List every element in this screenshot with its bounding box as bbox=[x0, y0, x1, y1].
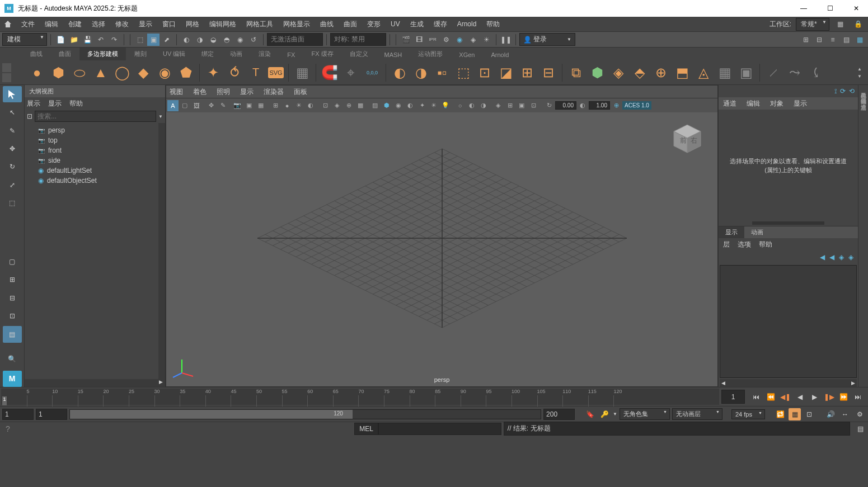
shelf-tab-sculpt[interactable]: 雕刻 bbox=[126, 48, 154, 60]
menu-generate[interactable]: 生成 bbox=[406, 17, 428, 31]
go-start-icon[interactable]: ⏮ bbox=[750, 391, 762, 403]
character-set-dropdown[interactable]: 无角色集 bbox=[620, 408, 670, 420]
quadrangulate-icon[interactable]: ▦ bbox=[716, 64, 734, 82]
poly-plane-icon[interactable]: ◆ bbox=[134, 64, 152, 82]
poly-disc-icon[interactable]: ◉ bbox=[156, 64, 173, 82]
move-tool[interactable]: ✥ bbox=[3, 140, 22, 157]
vp-wireframe-shade-icon[interactable]: ▩ bbox=[355, 100, 366, 111]
svg-icon[interactable]: SVG bbox=[268, 67, 284, 78]
hypergraph-icon[interactable]: ◈ bbox=[467, 34, 479, 46]
shelf-tab-fxcache[interactable]: FX 缓存 bbox=[303, 48, 341, 60]
render-icon[interactable]: 🎬 bbox=[400, 34, 412, 46]
insert-edge-loop-icon[interactable]: ⊞ bbox=[518, 64, 536, 82]
combine-icon[interactable]: ◐ bbox=[391, 64, 409, 82]
triangulate-icon[interactable]: ◬ bbox=[695, 64, 712, 82]
shelf-tab-curves[interactable]: 曲线 bbox=[22, 48, 50, 60]
vp-image-plane-icon[interactable]: 🖼 bbox=[191, 100, 202, 111]
layer-move-up-icon[interactable]: ◀ bbox=[820, 253, 825, 261]
vp-ssao-icon[interactable]: ◐ bbox=[466, 100, 477, 111]
bridge-icon[interactable]: ⊡ bbox=[476, 64, 494, 82]
shelf-tab-mograph[interactable]: 运动图形 bbox=[410, 48, 451, 60]
vp-menu-lighting[interactable]: 照明 bbox=[217, 87, 230, 97]
new-scene-icon[interactable]: 📄 bbox=[54, 34, 67, 46]
modeling-toolkit-toggle-icon[interactable]: ⊟ bbox=[813, 34, 825, 46]
poly-sphere-icon[interactable]: ● bbox=[28, 64, 46, 82]
symmetry-field[interactable]: 对称: 禁用 bbox=[330, 33, 386, 46]
vp-light-icon[interactable]: 💡 bbox=[440, 100, 451, 111]
select-mode-hierarchy-icon[interactable]: ⬈ bbox=[161, 34, 173, 46]
snap-toggle-icon[interactable]: ⌖ bbox=[342, 64, 360, 82]
shelf-tab-rigging[interactable]: 绑定 bbox=[194, 48, 222, 60]
vp-xray-joints-icon[interactable]: ⊕ bbox=[343, 100, 354, 111]
vp-ao-icon[interactable]: ◉ bbox=[393, 100, 404, 111]
shelf-tab-arnold[interactable]: Arnold bbox=[483, 49, 517, 60]
save-scene-icon[interactable]: 💾 bbox=[81, 34, 93, 46]
bevel-icon[interactable]: ◪ bbox=[497, 64, 515, 82]
select-mask-2-icon[interactable]: ◑ bbox=[194, 34, 206, 46]
vp-menu-display[interactable]: 显示 bbox=[240, 87, 254, 97]
close-button[interactable]: ✕ bbox=[849, 3, 864, 13]
menu-edit[interactable]: 编辑 bbox=[40, 17, 63, 31]
pause-icon[interactable]: ❚❚ bbox=[500, 34, 512, 46]
vp-smooth-shade-icon[interactable]: ● bbox=[281, 100, 293, 111]
rp-sub-layer[interactable]: 层 bbox=[723, 240, 730, 249]
audio-icon[interactable]: 🔊 bbox=[824, 408, 837, 420]
rp-tab-object[interactable]: 对象 bbox=[770, 99, 783, 108]
vp-grid-toggle-icon[interactable]: ⊞ bbox=[504, 100, 515, 111]
layer-move-down-icon[interactable]: ◀ bbox=[829, 253, 834, 261]
minimize-button[interactable]: — bbox=[796, 3, 811, 13]
rp-manip-icon[interactable]: ⟟ bbox=[834, 87, 837, 95]
maximize-button[interactable]: ☐ bbox=[823, 3, 838, 13]
vp-isolate-icon[interactable]: ⊡ bbox=[320, 100, 331, 111]
mel-label[interactable]: MEL bbox=[354, 423, 378, 435]
poly-superellipse-icon[interactable]: ✦ bbox=[204, 64, 222, 82]
workspace-sidebar-icon[interactable]: ▦ bbox=[834, 18, 846, 30]
range-start-field[interactable] bbox=[2, 409, 34, 420]
current-frame-field[interactable] bbox=[721, 390, 745, 404]
curve-tool-3-icon[interactable]: ⤹ bbox=[807, 64, 825, 82]
display-layers-list[interactable] bbox=[720, 265, 857, 378]
rp-speed-icon[interactable]: ⟳ bbox=[840, 87, 846, 95]
vp-menu-view[interactable]: 视图 bbox=[170, 87, 183, 97]
loop-icon[interactable]: 🔁 bbox=[774, 408, 786, 420]
paint-select-tool[interactable]: ✎ bbox=[3, 122, 22, 139]
vp-hardware-texturing-icon[interactable]: ⬢ bbox=[381, 100, 392, 111]
single-pane-icon[interactable]: ▢ bbox=[3, 253, 22, 269]
active-surface-field[interactable]: 无激活曲面 bbox=[267, 33, 323, 46]
menu-cache[interactable]: 缓存 bbox=[429, 17, 452, 31]
select-mask-6-icon[interactable]: ↺ bbox=[247, 34, 260, 46]
poly-helix-icon[interactable]: ⥀ bbox=[226, 64, 243, 82]
select-mask-4-icon[interactable]: ◓ bbox=[220, 34, 233, 46]
play-forward-icon[interactable]: ▶ bbox=[809, 391, 820, 403]
vp-hud-icon[interactable]: ▣ bbox=[516, 100, 527, 111]
menu-meshtools[interactable]: 网格工具 bbox=[242, 17, 278, 31]
vp-motion-blur-icon[interactable]: ◐ bbox=[405, 100, 416, 111]
shelf-tab-xgen[interactable]: XGen bbox=[451, 49, 482, 60]
menu-create[interactable]: 创建 bbox=[64, 17, 86, 31]
shelf-up-icon[interactable]: ▲ bbox=[853, 65, 866, 72]
make-live-icon[interactable]: 🧲 bbox=[321, 64, 339, 82]
shelf-tab-surfaces[interactable]: 曲面 bbox=[51, 48, 79, 60]
menu-meshdisplay[interactable]: 网格显示 bbox=[279, 17, 315, 31]
reduce-icon[interactable]: ▣ bbox=[737, 64, 755, 82]
view-cube[interactable]: 前 右 bbox=[670, 122, 704, 156]
menu-deform[interactable]: 变形 bbox=[363, 17, 385, 31]
render-view-icon[interactable]: ◉ bbox=[453, 34, 466, 46]
step-forward-frame-icon[interactable]: ❚▶ bbox=[823, 391, 834, 403]
menu-modify[interactable]: 修改 bbox=[111, 17, 133, 31]
shelf-tab-uvedit[interactable]: UV 编辑 bbox=[155, 48, 193, 60]
vp-select-camera-icon[interactable]: A bbox=[167, 100, 179, 111]
redo-icon[interactable]: ↷ bbox=[108, 34, 120, 46]
open-scene-icon[interactable]: 📁 bbox=[68, 34, 80, 46]
remesh-icon[interactable]: ⬒ bbox=[673, 64, 691, 82]
range-in-field[interactable] bbox=[36, 409, 67, 420]
rp-tab-show[interactable]: 显示 bbox=[794, 99, 807, 108]
play-back-icon[interactable]: ◀ bbox=[794, 391, 805, 403]
shelf-tab-custom[interactable]: 自定义 bbox=[342, 48, 376, 60]
vp-resolution-gate-icon[interactable]: ▣ bbox=[243, 100, 255, 111]
render-frame-icon[interactable]: 🎞 bbox=[413, 34, 425, 46]
undo-icon[interactable]: ↶ bbox=[95, 34, 107, 46]
range-slider-bar[interactable]: 120 bbox=[69, 409, 541, 419]
rp-sub-help[interactable]: 帮助 bbox=[759, 240, 772, 249]
curve-tool-1-icon[interactable]: ⟋ bbox=[764, 64, 782, 82]
